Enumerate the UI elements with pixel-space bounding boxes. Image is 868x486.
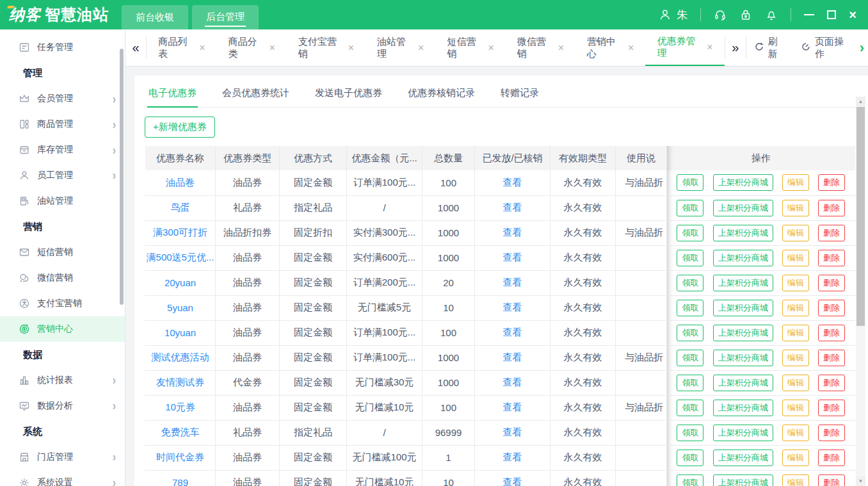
edit-button[interactable]: 编辑 [782,174,809,191]
table-scrollbar[interactable]: ▲ ▼ [856,97,865,486]
receive-button[interactable]: 领取 [677,174,703,191]
tabs-scroll-right-button[interactable]: » [725,29,746,66]
receive-button[interactable]: 领取 [677,275,703,291]
publish-to-points-mall-button[interactable]: 上架积分商城 [713,400,773,416]
coupon-name-link[interactable]: 789 [145,470,216,486]
coupon-name-link[interactable]: 5yuan [145,295,216,320]
view-issued-link[interactable]: 查看 [475,320,551,345]
notification-bell-icon[interactable] [765,8,778,21]
page-actions-button[interactable]: 页面操作 [793,29,858,66]
open-tab-2[interactable]: 支付宝营销 × [287,29,366,66]
close-tab-icon[interactable]: × [418,42,424,54]
publish-to-points-mall-button[interactable]: 上架积分商城 [713,300,773,316]
edit-button[interactable]: 编辑 [782,425,809,441]
coupon-name-link[interactable]: 时间代金券 [145,445,216,470]
view-issued-link[interactable]: 查看 [475,170,551,195]
receive-button[interactable]: 领取 [677,474,703,486]
coupon-name-link[interactable]: 鸟蛋 [145,195,216,220]
delete-button[interactable]: 删除 [818,200,845,216]
delete-button[interactable]: 删除 [818,425,845,441]
subtab-4[interactable]: 转赠记录 [499,85,540,107]
coupon-name-link[interactable]: 10元券 [145,395,216,420]
close-tab-icon[interactable]: × [558,42,564,54]
edit-button[interactable]: 编辑 [782,225,809,241]
delete-button[interactable]: 删除 [818,450,845,466]
delete-button[interactable]: 删除 [818,250,845,266]
publish-to-points-mall-button[interactable]: 上架积分商城 [713,225,773,241]
view-issued-link[interactable]: 查看 [475,245,551,270]
publish-to-points-mall-button[interactable]: 上架积分商城 [713,200,773,216]
receive-button[interactable]: 领取 [677,425,703,441]
publish-to-points-mall-button[interactable]: 上架积分商城 [713,174,773,191]
open-tab-1[interactable]: 商品分类 × [217,29,287,66]
delete-button[interactable]: 删除 [818,174,845,191]
edit-button[interactable]: 编辑 [782,275,809,291]
receive-button[interactable]: 领取 [677,375,703,391]
edit-button[interactable]: 编辑 [782,325,809,341]
sidebar-item-inventory[interactable]: 库存管理 › [0,137,125,163]
support-headset-icon[interactable] [714,8,727,21]
open-tab-4[interactable]: 短信营销 × [435,29,505,66]
sidebar-item-alipay-marketing[interactable]: 支付宝营销 [0,291,125,316]
subtab-0[interactable]: 电子优惠券 [147,85,198,107]
coupon-name-link[interactable]: 测试优惠活动 [145,345,216,370]
receive-button[interactable]: 领取 [677,325,703,341]
delete-button[interactable]: 删除 [818,225,845,241]
coupon-name-link[interactable]: 油品卷 [145,170,216,195]
receive-button[interactable]: 领取 [677,225,703,241]
tabs-scroll-left-button[interactable]: « [125,29,146,66]
window-close-button[interactable]: × [849,8,856,21]
view-issued-link[interactable]: 查看 [475,295,551,320]
sidebar-item-staff[interactable]: 员工管理 › [0,163,125,188]
edit-button[interactable]: 编辑 [782,250,809,266]
publish-to-points-mall-button[interactable]: 上架积分商城 [713,250,773,266]
publish-to-points-mall-button[interactable]: 上架积分商城 [713,474,773,486]
sidebar-item-tasks[interactable]: 任务管理 [0,35,125,60]
add-coupon-button[interactable]: +新增优惠券 [145,117,215,138]
sidebar-item-settings[interactable]: 系统设置 › [0,470,125,486]
open-tab-5[interactable]: 微信营销 × [506,29,575,66]
page-actions-expand-icon[interactable]: › [858,29,868,66]
view-issued-link[interactable]: 查看 [475,345,551,370]
open-tab-6[interactable]: 营销中心 × [575,29,645,66]
edit-button[interactable]: 编辑 [782,474,809,486]
edit-button[interactable]: 编辑 [782,400,809,416]
delete-button[interactable]: 删除 [818,350,845,366]
sidebar-item-reports[interactable]: 统计报表 › [0,368,125,393]
close-tab-icon[interactable]: × [269,42,275,54]
edit-button[interactable]: 编辑 [782,200,809,216]
edit-button[interactable]: 编辑 [782,375,809,391]
view-issued-link[interactable]: 查看 [475,445,551,470]
sidebar-item-members[interactable]: 会员管理 › [0,86,125,111]
window-maximize-button[interactable] [827,10,836,19]
publish-to-points-mall-button[interactable]: 上架积分商城 [713,275,773,291]
receive-button[interactable]: 领取 [677,450,703,466]
scroll-up-icon[interactable]: ▲ [856,97,865,106]
receive-button[interactable]: 领取 [677,300,703,316]
refresh-button[interactable]: 刷新 [746,29,793,66]
sidebar-item-analysis[interactable]: 数据分析 › [0,393,125,419]
coupon-name-link[interactable]: 满300可打折 [145,220,216,245]
scrollbar-thumb[interactable] [856,107,865,326]
publish-to-points-mall-button[interactable]: 上架积分商城 [713,325,773,341]
open-tab-3[interactable]: 油站管理 × [366,29,435,66]
scroll-down-icon[interactable]: ▼ [856,476,865,486]
close-tab-icon[interactable]: × [199,42,205,54]
open-tab-0[interactable]: 商品列表 × [147,29,216,66]
delete-button[interactable]: 删除 [818,275,845,291]
edit-button[interactable]: 编辑 [782,350,809,366]
sidebar-item-stores[interactable]: 门店管理 › [0,444,125,470]
receive-button[interactable]: 领取 [677,350,703,366]
delete-button[interactable]: 删除 [818,325,845,341]
view-issued-link[interactable]: 查看 [475,270,551,295]
subtab-1[interactable]: 会员优惠券统计 [221,85,291,107]
coupon-name-link[interactable]: 10yuan [145,320,216,345]
delete-button[interactable]: 删除 [818,375,845,391]
delete-button[interactable]: 删除 [818,400,845,416]
receive-button[interactable]: 领取 [677,200,703,216]
edit-button[interactable]: 编辑 [782,450,809,466]
view-issued-link[interactable]: 查看 [475,470,551,486]
publish-to-points-mall-button[interactable]: 上架积分商城 [713,450,773,466]
window-minimize-button[interactable] [804,14,814,15]
header-nav-item-0[interactable]: 前台收银 [122,5,188,29]
